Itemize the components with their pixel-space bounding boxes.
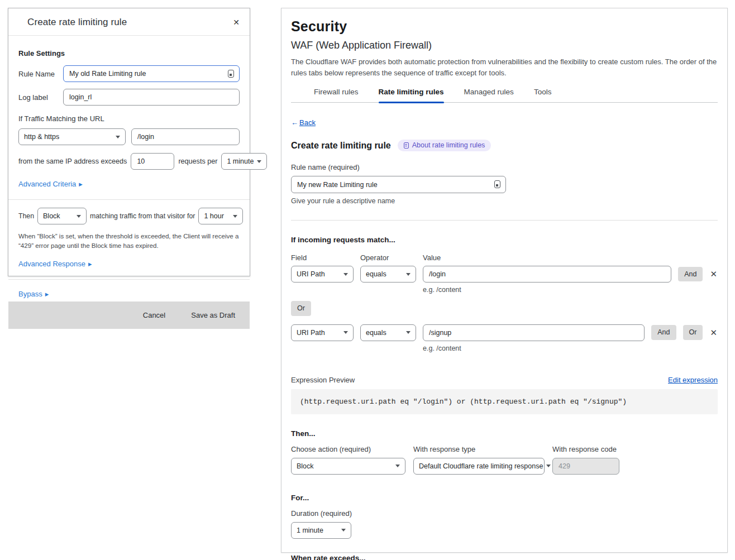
divider <box>291 220 718 221</box>
field-select-value: URI Path <box>297 329 325 337</box>
back-link[interactable]: ←Back <box>291 118 316 127</box>
chevron-down-icon <box>233 215 237 218</box>
match-heading: If incoming requests match... <box>291 236 718 244</box>
autofill-icon <box>494 180 500 188</box>
value-input[interactable] <box>423 266 671 283</box>
tab-firewall-rules[interactable]: Firewall rules <box>314 88 359 102</box>
traffic-match-heading: If Traffic Matching the URL <box>18 114 240 123</box>
legacy-create-rule-modal: Create rate limiting rule ✕ Rule Setting… <box>8 8 250 276</box>
back-label: Back <box>299 118 316 127</box>
divider <box>8 199 250 200</box>
rule-name-label: Rule Name <box>18 70 56 78</box>
operator-select-value: equals <box>366 329 386 337</box>
tab-rate-limiting-rules[interactable]: Rate limiting rules <box>379 88 444 102</box>
url-input[interactable] <box>131 128 240 145</box>
or-connector-button[interactable]: Or <box>291 301 311 316</box>
autofill-icon <box>228 70 234 78</box>
action-select[interactable]: Block <box>37 208 87 224</box>
chevron-down-icon <box>343 331 348 334</box>
value-column-label: Value <box>423 253 441 262</box>
tab-managed-rules[interactable]: Managed rules <box>464 88 514 102</box>
form-title: Create rate limiting rule <box>291 141 391 151</box>
modal-body: Rule Settings Rule Name Log label If Tra… <box>8 36 250 301</box>
modal-footer: Cancel Save as Draft <box>8 301 250 329</box>
threshold-period-select[interactable]: 1 minute <box>221 153 267 170</box>
advanced-criteria-link[interactable]: Advanced Criteria ▶ <box>18 180 83 188</box>
for-heading: For... <box>291 494 718 502</box>
form-title-row: Create rate limiting rule About rate lim… <box>291 140 718 151</box>
scheme-select[interactable]: http & https <box>18 128 126 145</box>
log-label-field <box>63 89 240 106</box>
page-subtitle: WAF (Web Application Firewall) <box>291 40 718 51</box>
expression-code: (http.request.uri.path eq "/login") or (… <box>291 389 718 414</box>
choose-action-select[interactable]: Block <box>291 458 405 475</box>
duration-select[interactable]: 1 minute <box>291 522 351 539</box>
screenshot-canvas: Create rate limiting rule ✕ Rule Setting… <box>0 0 735 560</box>
advanced-response-link[interactable]: Advanced Response ▶ <box>18 260 92 268</box>
about-badge-label: About rate limiting rules <box>412 141 485 149</box>
cancel-button[interactable]: Cancel <box>143 311 165 319</box>
page-title: Security <box>291 18 718 35</box>
operator-select-value: equals <box>366 270 386 278</box>
duration-value: 1 minute <box>297 527 323 534</box>
modal-header: Create rate limiting rule ✕ <box>8 8 250 36</box>
chevron-down-icon <box>257 160 261 163</box>
threshold-period-value: 1 minute <box>227 157 254 165</box>
chevron-down-icon <box>341 529 346 532</box>
tab-tools[interactable]: Tools <box>534 88 552 102</box>
chevron-down-icon <box>406 331 411 334</box>
log-label-label: Log label <box>18 93 56 102</box>
action-row: Choose action (required) Block With resp… <box>291 445 718 475</box>
then-prefix: Then <box>18 212 34 220</box>
value-input[interactable] <box>423 324 645 341</box>
block-duration-select[interactable]: 1 hour <box>198 208 243 224</box>
chevron-down-icon <box>546 465 551 467</box>
field-column-label: Field <box>291 253 354 262</box>
about-rate-limiting-badge[interactable]: About rate limiting rules <box>398 140 491 151</box>
rate-heading: When rate exceeds... <box>291 554 718 560</box>
log-label-input[interactable] <box>64 90 239 104</box>
expression-preview-block: Expression Preview Edit expression (http… <box>291 376 718 414</box>
or-button[interactable]: Or <box>683 325 703 340</box>
chevron-down-icon <box>395 465 400 467</box>
rule-name-input[interactable] <box>64 66 239 81</box>
operator-select[interactable]: equals <box>360 266 416 283</box>
response-code-input <box>552 458 619 475</box>
and-button[interactable]: And <box>651 325 676 340</box>
save-as-draft-button[interactable]: Save as Draft <box>191 311 235 319</box>
bypass-label: Bypass <box>18 290 42 298</box>
operator-select[interactable]: equals <box>360 324 416 341</box>
response-type-select[interactable]: Default Cloudflare rate limiting respons… <box>413 458 545 475</box>
scheme-select-value: http & https <box>24 133 59 141</box>
chevron-down-icon <box>77 215 81 218</box>
expression-preview-label: Expression Preview <box>291 376 355 384</box>
field-select[interactable]: URI Path <box>291 324 354 341</box>
condition-row-1: URI Path equals And ✕ <box>291 266 718 283</box>
caret-right-icon: ▶ <box>88 262 92 267</box>
threshold-requests-input[interactable] <box>131 153 174 170</box>
condition-row-2: URI Path equals And Or ✕ <box>291 324 718 341</box>
value-hint: e.g. /content <box>423 286 718 294</box>
remove-condition-icon[interactable]: ✕ <box>709 328 718 338</box>
field-select[interactable]: URI Path <box>291 266 354 283</box>
edit-expression-link[interactable]: Edit expression <box>668 376 718 384</box>
threshold-row: from the same IP address exceeds request… <box>18 153 240 170</box>
scheme-url-row: http & https <box>18 128 240 145</box>
page-description: The Cloudflare WAF provides both automat… <box>291 56 718 78</box>
and-button[interactable]: And <box>678 267 703 282</box>
rule-name-field <box>63 65 240 82</box>
waf-panel: Security WAF (Web Application Firewall) … <box>281 8 728 553</box>
chevron-down-icon <box>406 273 411 276</box>
remove-condition-icon[interactable]: ✕ <box>709 269 718 279</box>
rule-name-hint: Give your rule a descriptive name <box>291 197 718 205</box>
threshold-prefix: from the same IP address exceeds <box>18 157 127 165</box>
close-icon[interactable]: ✕ <box>233 18 240 26</box>
bypass-link[interactable]: Bypass ▶ <box>18 290 49 298</box>
response-type-value: Default Cloudflare rate limiting respons… <box>419 462 543 470</box>
duration-label: Duration (required) <box>291 509 718 518</box>
advanced-response-label: Advanced Response <box>18 260 85 268</box>
rule-name-input[interactable] <box>292 177 505 192</box>
choose-action-value: Block <box>297 462 314 470</box>
then-middle: matching traffic from that visitor for <box>90 212 195 220</box>
rule-settings-heading: Rule Settings <box>18 49 240 58</box>
